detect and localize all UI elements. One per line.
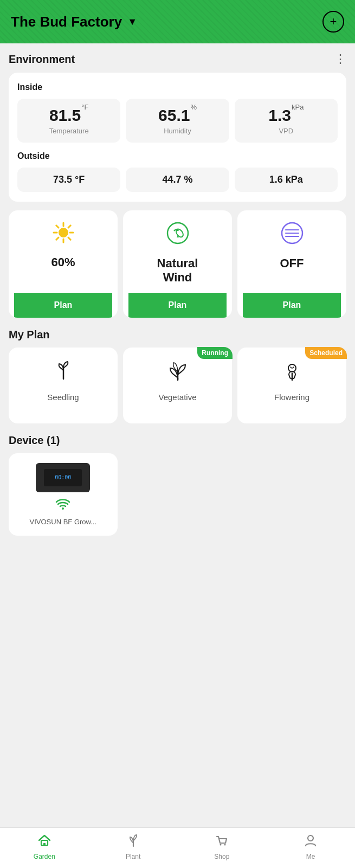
garden-icon <box>37 833 51 851</box>
me-icon <box>304 833 318 851</box>
nav-shop[interactable]: Shop <box>178 833 267 860</box>
my-plan-title: My Plan <box>9 329 50 341</box>
flowering-label: Flowering <box>274 393 309 402</box>
co2-control-card: OFF Plan <box>237 210 346 318</box>
inside-metrics-grid: 81.5°F Temperature 65.1% Humidity 1.3kPa… <box>17 99 338 143</box>
seedling-label: Seedling <box>47 393 79 402</box>
add-button[interactable]: + <box>322 11 344 33</box>
plus-icon: + <box>330 15 337 29</box>
plant-label: Plant <box>126 853 140 860</box>
running-badge: Running <box>197 347 233 359</box>
device-card[interactable]: 00:00 VIVOSUN BF Grow... <box>9 453 118 536</box>
svg-line-6 <box>68 237 70 240</box>
outside-humidity: 44.7 % <box>126 168 229 192</box>
main-content: Environment ⋮ Inside 81.5°F Temperature … <box>0 43 355 590</box>
environment-card: Inside 81.5°F Temperature 65.1% Humidity… <box>9 73 346 202</box>
wind-value: NaturalWind <box>157 256 198 285</box>
my-plan-header: My Plan <box>9 329 346 341</box>
nav-garden[interactable]: Garden <box>0 833 89 860</box>
svg-point-23 <box>224 844 226 846</box>
svg-point-22 <box>220 844 222 846</box>
svg-rect-20 <box>43 843 46 845</box>
vpd-label: VPD <box>240 127 332 135</box>
outside-temp: 73.5 °F <box>17 168 120 192</box>
svg-point-0 <box>59 228 68 237</box>
light-control-card: 60% Plan <box>9 210 118 318</box>
flowering-plan-card[interactable]: Scheduled Flowering <box>237 348 346 423</box>
environment-header: Environment ⋮ <box>9 52 346 66</box>
device-title: Device (1) <box>9 434 60 447</box>
device-name: VIVOSUN BF Grow... <box>30 518 97 526</box>
vpd-value: 1.3kPa <box>240 106 332 125</box>
vegetative-label: Vegetative <box>158 393 196 402</box>
svg-line-7 <box>68 226 70 228</box>
shop-icon <box>215 833 229 851</box>
app-title: The Bud Factory <box>11 14 122 30</box>
controls-row: 60% Plan NaturalWind Plan <box>9 210 346 318</box>
light-plan-button[interactable]: Plan <box>14 293 112 318</box>
vegetative-icon <box>166 358 190 387</box>
vegetative-plan-card[interactable]: Running Vegetative <box>123 348 232 423</box>
nav-plant[interactable]: Plant <box>89 833 178 860</box>
svg-point-9 <box>167 223 188 243</box>
bottom-nav: Garden Plant Shop Me <box>0 827 355 868</box>
temperature-label: Temperature <box>23 127 115 135</box>
shop-label: Shop <box>214 853 229 860</box>
my-plan-section: My Plan Seedling Running <box>9 329 346 423</box>
humidity-label: Humidity <box>131 127 223 135</box>
wifi-icon <box>55 498 70 512</box>
vpd-metric: 1.3kPa VPD <box>235 99 338 143</box>
sun-icon <box>52 221 75 249</box>
header-left: The Bud Factory ▼ <box>11 14 137 30</box>
svg-point-24 <box>308 835 313 841</box>
humidity-metric: 65.1% Humidity <box>126 99 229 143</box>
outside-metrics-grid: 73.5 °F 44.7 % 1.6 kPa <box>17 168 338 192</box>
plan-cards-row: Seedling Running Vegetative Scheduled <box>9 348 346 423</box>
light-value: 60% <box>51 255 75 269</box>
me-label: Me <box>306 853 315 860</box>
device-section: Device (1) 00:00 VIVOSUN BF Grow... <box>9 434 346 536</box>
wind-icon <box>166 221 190 250</box>
plant-icon <box>126 833 140 851</box>
seedling-icon <box>51 358 75 387</box>
wind-control-card: NaturalWind Plan <box>123 210 232 318</box>
inside-label: Inside <box>17 82 338 92</box>
device-header: Device (1) <box>9 434 346 447</box>
temperature-value: 81.5°F <box>23 106 115 125</box>
co2-value: OFF <box>280 256 304 271</box>
header: The Bud Factory ▼ + <box>0 0 355 43</box>
svg-line-8 <box>56 237 58 240</box>
wind-plan-button[interactable]: Plan <box>128 293 227 318</box>
temperature-metric: 81.5°F Temperature <box>17 99 120 143</box>
garden-label: Garden <box>34 853 55 860</box>
more-options-icon[interactable]: ⋮ <box>334 52 346 66</box>
chevron-down-icon[interactable]: ▼ <box>127 16 137 28</box>
seedling-plan-card[interactable]: Seedling <box>9 348 118 423</box>
co2-plan-button[interactable]: Plan <box>243 293 341 318</box>
svg-point-18 <box>62 507 64 510</box>
outside-label: Outside <box>17 151 338 161</box>
co2-icon <box>280 221 304 250</box>
nav-me[interactable]: Me <box>266 833 355 860</box>
flowering-icon <box>280 358 304 387</box>
humidity-value: 65.1% <box>131 106 223 125</box>
outside-vpd: 1.6 kPa <box>235 168 338 192</box>
scheduled-badge: Scheduled <box>305 347 347 359</box>
svg-line-5 <box>56 226 58 228</box>
device-screen: 00:00 <box>44 469 82 486</box>
environment-title: Environment <box>9 53 75 66</box>
device-image: 00:00 <box>36 463 90 492</box>
